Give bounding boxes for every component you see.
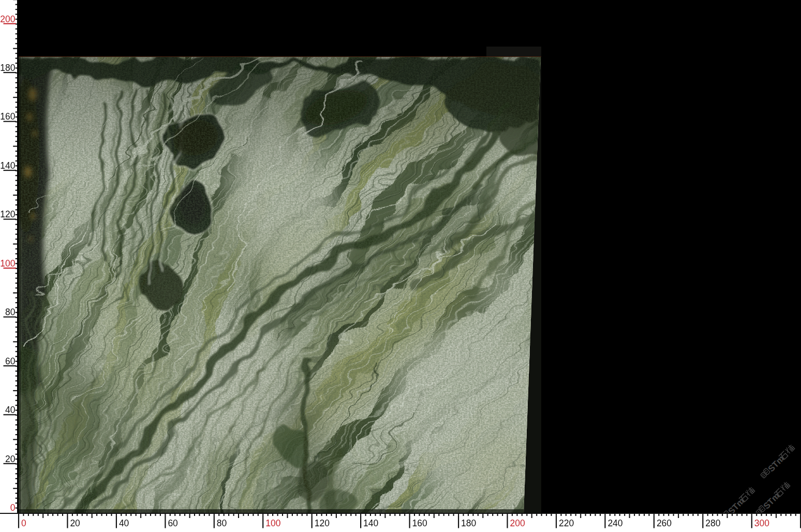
- svg-text:200: 200: [510, 518, 525, 528]
- svg-text:140: 140: [0, 160, 15, 171]
- svg-text:100: 100: [265, 518, 280, 528]
- svg-text:180: 180: [0, 63, 15, 73]
- svg-text:140: 140: [363, 518, 378, 528]
- svg-text:80: 80: [217, 518, 227, 528]
- svg-text:220: 220: [559, 518, 574, 528]
- svg-text:20: 20: [70, 518, 80, 528]
- svg-text:0: 0: [10, 503, 16, 513]
- svg-text:80: 80: [5, 307, 16, 317]
- svg-text:280: 280: [705, 518, 720, 528]
- svg-text:120: 120: [0, 209, 15, 219]
- svg-text:40: 40: [119, 518, 129, 528]
- svg-text:20: 20: [5, 454, 16, 464]
- svg-text:60: 60: [168, 518, 178, 528]
- svg-text:160: 160: [412, 518, 427, 528]
- svg-text:60: 60: [5, 356, 16, 366]
- svg-text:240: 240: [607, 518, 622, 528]
- svg-text:40: 40: [5, 405, 16, 415]
- svg-text:160: 160: [0, 111, 15, 122]
- svg-text:120: 120: [315, 518, 330, 528]
- svg-text:0: 0: [21, 518, 26, 528]
- svg-text:180: 180: [461, 518, 476, 528]
- svg-text:100: 100: [0, 258, 15, 269]
- svg-text:260: 260: [657, 518, 672, 528]
- svg-text:200: 200: [0, 14, 15, 24]
- svg-text:300: 300: [754, 518, 769, 528]
